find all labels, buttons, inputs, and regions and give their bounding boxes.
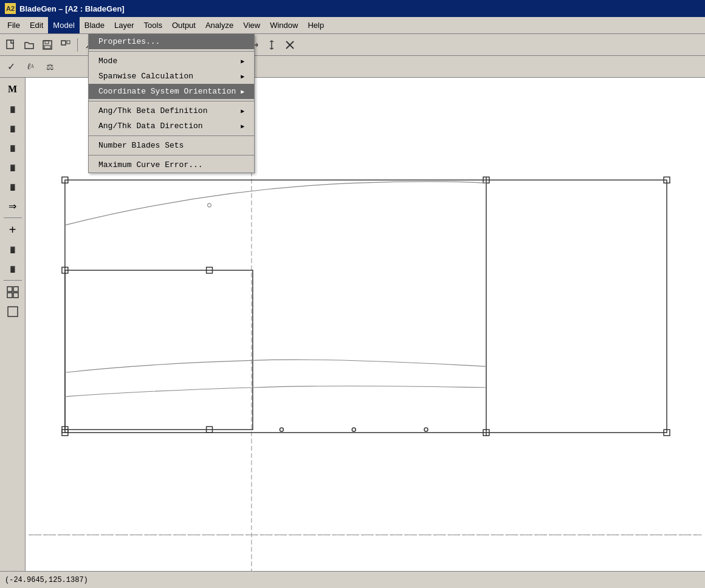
menu-item-view[interactable]: View: [238, 17, 265, 33]
dropdown-coordinate-arrow: ▶: [241, 88, 244, 95]
measure-button[interactable]: ℓA: [22, 59, 39, 75]
dropdown-spanwise-label: Spanwise Calculation: [98, 72, 193, 81]
dropdown-coordinate-label: Coordinate System Orientation: [98, 87, 236, 96]
menu-item-analyze[interactable]: Analyze: [201, 17, 238, 33]
menu-item-file[interactable]: File: [2, 17, 25, 33]
dropdown-mode-label: Mode: [98, 56, 117, 66]
check-button[interactable]: ✓: [2, 59, 19, 75]
dropdown-angthkdata[interactable]: Ang/Thk Data Direction ▶: [89, 118, 254, 134]
menu-label-tools: Tools: [144, 21, 162, 30]
dropdown-spanwise-arrow: ▶: [241, 73, 244, 80]
status-bar: (-24.9645,125.1387): [0, 571, 705, 588]
svg-rect-0: [7, 40, 13, 49]
sidebar-hatch7[interactable]: ▓: [2, 259, 23, 278]
menu-item-tools[interactable]: Tools: [139, 17, 167, 33]
new-button[interactable]: [2, 37, 19, 53]
dropdown-sep4: [89, 155, 254, 156]
sidebar-m-button[interactable]: M: [2, 80, 23, 98]
dropdown-coordinate[interactable]: Coordinate System Orientation ▶: [89, 84, 254, 99]
dropdown-sep2: [89, 101, 254, 101]
menu-item-window[interactable]: Window: [265, 17, 303, 33]
dropdown-angthkbeta[interactable]: Ang/Thk Beta Definition ▶: [89, 103, 254, 118]
toolbar-btn-vertical[interactable]: [263, 37, 280, 53]
dropdown-angthkdata-label: Ang/Thk Data Direction: [98, 121, 203, 131]
menu-label-output: Output: [172, 21, 196, 30]
dropdown-numberblades-label: Number Blades Sets: [98, 141, 184, 150]
open-button[interactable]: [21, 37, 38, 53]
dropdown-maxcurve[interactable]: Maximum Curve Error...: [89, 157, 254, 173]
svg-rect-4: [61, 41, 66, 45]
menu-item-model[interactable]: Model: [48, 17, 79, 33]
sidebar-hatch2[interactable]: ▓: [2, 119, 23, 137]
menu-label-layer: Layer: [114, 21, 134, 30]
dropdown-numberblades[interactable]: Number Blades Sets: [89, 138, 254, 153]
sidebar-plus-button[interactable]: +: [2, 220, 23, 239]
menu-label-file: File: [7, 21, 20, 30]
menu-label-blade: Blade: [84, 21, 105, 30]
menu-label-help: Help: [308, 21, 324, 30]
svg-rect-36: [8, 307, 18, 316]
sidebar-hatch5[interactable]: ▓: [2, 177, 23, 196]
menu-item-edit[interactable]: Edit: [25, 17, 48, 33]
menu-item-help[interactable]: Help: [303, 17, 329, 33]
coordinates-label: (-24.9645,125.1387): [5, 576, 88, 584]
dropdown-sep1: [89, 51, 254, 52]
sidebar-arrow-button[interactable]: ⇒: [2, 197, 23, 215]
dropdown-maxcurve-label: Maximum Curve Error...: [98, 160, 203, 169]
sidebar-hatch6[interactable]: ▓: [2, 240, 23, 258]
menu-item-blade[interactable]: Blade: [80, 17, 109, 33]
dropdown-properties[interactable]: Properties...: [89, 34, 254, 49]
toolbar-btn-4[interactable]: [57, 37, 74, 53]
save-button[interactable]: [39, 37, 56, 53]
dropdown-sep3: [89, 135, 254, 136]
menu-label-analyze: Analyze: [205, 21, 233, 30]
menu-label-window: Window: [270, 21, 298, 30]
dropdown-spanwise[interactable]: Spanwise Calculation ▶: [89, 69, 254, 84]
title-bar: A2 BladeGen – [A2 : BladeGen]: [0, 0, 705, 17]
balance-button[interactable]: ⚖: [41, 59, 58, 75]
menu-item-layer[interactable]: Layer: [109, 17, 139, 33]
menu-label-model: Model: [53, 21, 74, 30]
menu-item-output[interactable]: Output: [167, 17, 201, 33]
sidebar-sep2: [4, 280, 22, 281]
sidebar-grid-button[interactable]: [2, 283, 23, 301]
sidebar-hatch4[interactable]: ▓: [2, 158, 23, 176]
dropdown-mode-arrow: ▶: [241, 58, 244, 65]
dropdown-angthkdata-arrow: ▶: [241, 123, 244, 130]
model-dropdown: Properties... Mode ▶ Spanwise Calculatio…: [88, 34, 255, 173]
menu-label-view: View: [243, 21, 260, 30]
svg-rect-33: [13, 287, 18, 292]
svg-rect-34: [7, 293, 12, 298]
dropdown-mode[interactable]: Mode ▶: [89, 53, 254, 69]
title-label: BladeGen – [A2 : BladeGen]: [19, 4, 125, 13]
svg-rect-35: [13, 293, 18, 298]
dropdown-angthkbeta-label: Ang/Thk Beta Definition: [98, 106, 207, 115]
dropdown-properties-label: Properties...: [98, 37, 160, 46]
toolbar-sep-1: [77, 38, 78, 52]
svg-rect-3: [44, 46, 50, 49]
menu-bar: File Edit Model Blade Layer Tools Output…: [0, 17, 705, 34]
sidebar: M ▓ ▓ ▓ ▓ ▓ ⇒ + ▓ ▓: [0, 78, 26, 571]
sidebar-hatch1[interactable]: ▓: [2, 100, 23, 118]
dropdown-angthkbeta-arrow: ▶: [241, 108, 244, 115]
svg-rect-5: [67, 41, 70, 44]
sidebar-box-button[interactable]: [2, 303, 23, 321]
svg-rect-32: [7, 287, 12, 292]
menu-label-edit: Edit: [30, 21, 43, 30]
sidebar-sep1: [4, 217, 22, 218]
app-icon: A2: [5, 3, 16, 14]
sidebar-hatch3[interactable]: ▓: [2, 138, 23, 157]
toolbar-btn-close[interactable]: [281, 37, 298, 53]
